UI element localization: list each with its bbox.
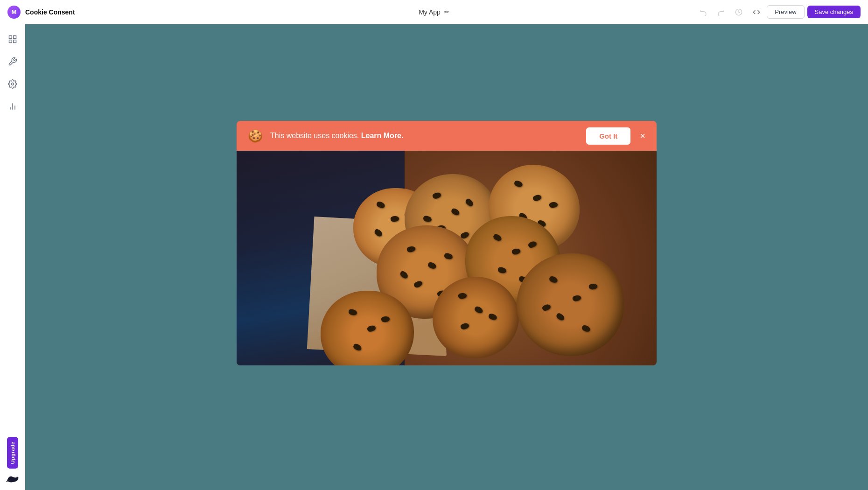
cookie-image xyxy=(237,151,657,365)
svg-rect-4 xyxy=(13,40,16,43)
svg-rect-3 xyxy=(9,40,12,43)
preview-container: 🍪 This website uses cookies. Learn More.… xyxy=(237,121,657,365)
got-it-button[interactable]: Got It xyxy=(586,127,630,145)
sidebar-item-analytics[interactable] xyxy=(3,97,22,116)
cookie-banner: 🍪 This website uses cookies. Learn More.… xyxy=(237,121,657,151)
upgrade-button[interactable]: Upgrade xyxy=(7,437,18,469)
redo-button[interactable] xyxy=(714,5,728,20)
header-title: Cookie Consent xyxy=(25,8,75,16)
canvas-area: 🍪 This website uses cookies. Learn More.… xyxy=(25,24,868,490)
sidebar-item-dashboard[interactable] xyxy=(3,30,22,49)
close-banner-icon[interactable]: × xyxy=(640,131,645,140)
app-logo: M xyxy=(7,6,21,19)
svg-rect-1 xyxy=(9,36,12,39)
app-name-label: My App xyxy=(419,8,441,16)
undo-button[interactable] xyxy=(696,5,711,20)
preview-button[interactable]: Preview xyxy=(767,5,804,19)
header-left: M Cookie Consent xyxy=(7,6,75,19)
main-layout: Upgrade 🍪 This website uses cookies. Lea… xyxy=(0,24,868,490)
header: M Cookie Consent My App ✏ Preview Save c… xyxy=(0,0,868,24)
sidebar: Upgrade xyxy=(0,24,25,490)
svg-point-5 xyxy=(11,83,14,85)
header-center: My App ✏ xyxy=(419,8,449,16)
sidebar-bottom: Upgrade xyxy=(4,437,21,484)
cookie-message: This website uses cookies. Learn More. xyxy=(270,132,586,140)
sidebar-item-tools[interactable] xyxy=(3,52,22,71)
brand-logo xyxy=(4,472,21,484)
svg-rect-2 xyxy=(13,36,16,39)
edit-app-name-icon[interactable]: ✏ xyxy=(444,8,449,15)
sidebar-item-settings[interactable] xyxy=(3,75,22,93)
code-button[interactable] xyxy=(749,5,764,20)
save-changes-button[interactable]: Save changes xyxy=(807,6,861,18)
history-button[interactable] xyxy=(731,5,746,20)
cookie-icon: 🍪 xyxy=(248,129,263,143)
header-right: Preview Save changes xyxy=(696,5,861,20)
